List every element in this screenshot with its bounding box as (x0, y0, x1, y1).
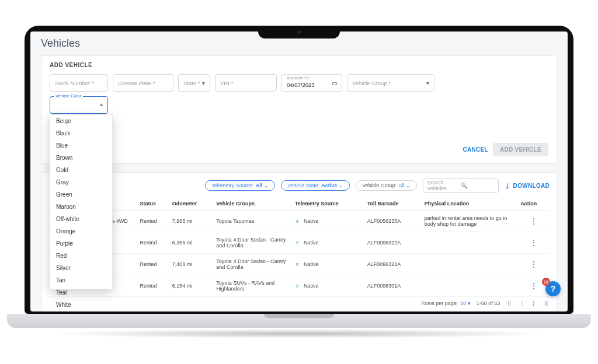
available-on-field[interactable]: Available On 04/07/2023 ▭ (281, 74, 342, 92)
screen-bezel: Vehicles ADD VEHICLE Stock Number * Lice… (25, 26, 573, 314)
column-header[interactable]: Vehicle Groups (214, 197, 293, 211)
table-row: 7002022RAV4Rented6,154 miToyota SUVs - R… (48, 275, 550, 297)
page-range: 1-50 of 53 (477, 300, 500, 306)
color-option[interactable]: Green (50, 188, 112, 201)
color-option[interactable]: Orange (50, 225, 112, 237)
rows-per-page-select[interactable]: 50 ▾ (460, 300, 471, 306)
laptop-base (7, 314, 591, 328)
last-page-icon[interactable]: ⟩| (543, 300, 550, 306)
table-pagination: Rows per page: 50 ▾ 1-50 of 53 |⟨ ⟨ ⟩ ⟩| (48, 300, 550, 306)
row-actions-menu[interactable]: ⋮ (520, 216, 547, 226)
vehicle-color-dropdown[interactable]: BeigeBlackBlueBrownGoldGrayGreenMaroonOf… (50, 114, 113, 289)
vehicle-group-filter[interactable]: Vehicle Group: All⌄ (356, 180, 417, 191)
color-option[interactable]: Teal (50, 286, 112, 299)
vin-field[interactable]: VIN * (215, 74, 277, 92)
color-option[interactable]: White (50, 299, 112, 311)
telemetry-source-filter[interactable]: Telemetry Source: All⌄ (205, 180, 275, 191)
next-page-icon[interactable]: ⟩ (531, 300, 537, 306)
calendar-icon: ▭ (332, 80, 337, 86)
cancel-button[interactable]: CANCEL (463, 146, 488, 153)
table-row: 1922022C-HRRented6,366 miToyota 4 Door S… (48, 232, 550, 254)
row-actions-menu[interactable]: ⋮ (520, 260, 547, 269)
color-option[interactable]: Off-white (50, 213, 112, 225)
state-select[interactable]: State *▾ (178, 74, 210, 92)
card-title: ADD VEHICLE (50, 62, 548, 68)
table-row: 1E32022Tacoma 4WDRented7,965 miToyota Ta… (48, 211, 550, 232)
camera-notch (258, 26, 340, 38)
column-header[interactable]: Toll Barcode (365, 197, 422, 211)
column-header[interactable]: Status (138, 197, 170, 211)
stock-number-field[interactable]: Stock Number * (50, 74, 108, 92)
search-icon: 🔍 (461, 183, 495, 188)
vehicles-table: seYearModelStatusOdometerVehicle GroupsT… (48, 197, 550, 297)
vehicle-group-select[interactable]: Vehicle Group *▾ (347, 74, 434, 92)
color-option[interactable]: Beige (50, 115, 112, 127)
chevron-down-icon: ▾ (426, 80, 429, 86)
add-vehicle-button[interactable]: ADD VEHICLE (493, 143, 548, 156)
wifi-icon: ᯤ (295, 239, 301, 246)
wifi-icon: ᯤ (295, 218, 301, 225)
color-option[interactable]: Yellow (50, 311, 112, 312)
app-screen: Vehicles ADD VEHICLE Stock Number * Lice… (30, 32, 568, 312)
wifi-icon: ᯤ (295, 261, 301, 268)
help-fab[interactable]: ? 13 (545, 281, 561, 296)
color-option[interactable]: Purple (50, 237, 112, 250)
chevron-down-icon: ⌄ (339, 183, 343, 188)
chevron-down-icon: ▾ (202, 80, 205, 86)
wifi-icon: ᯤ (295, 282, 301, 289)
column-header[interactable]: Physical Location (422, 197, 518, 211)
add-vehicle-card: ADD VEHICLE Stock Number * License Plate… (41, 55, 557, 164)
color-option[interactable]: Brown (50, 152, 112, 164)
color-option[interactable]: Red (50, 250, 112, 262)
column-header[interactable]: Action (518, 197, 550, 211)
table-row: 1982022AvalonRented7,408 miToyota 4 Door… (48, 254, 550, 275)
color-option[interactable]: Gold (50, 164, 112, 176)
chevron-down-icon: ⌄ (406, 183, 411, 188)
page-title: Vehicles (41, 37, 557, 50)
color-option[interactable]: Maroon (50, 201, 112, 213)
notification-badge: 13 (542, 278, 550, 286)
vehicles-table-card: Telemetry Source: All⌄ Vehicle State: Ac… (41, 172, 557, 312)
color-option[interactable]: Tan (50, 274, 112, 286)
chevron-up-icon: ▾ (100, 102, 103, 108)
color-option[interactable]: Black (50, 127, 112, 139)
download-button[interactable]: ⭳DOWNLOAD (505, 183, 550, 189)
color-option[interactable]: Silver (50, 262, 112, 274)
vehicle-state-filter[interactable]: Vehicle State: Active⌄ (281, 180, 350, 191)
laptop-frame: Vehicles ADD VEHICLE Stock Number * Lice… (25, 26, 573, 338)
license-plate-field[interactable]: License Plate * (113, 74, 173, 92)
color-option[interactable]: Gray (50, 176, 112, 188)
search-input[interactable]: Search Vehicles🔍 (423, 178, 499, 192)
column-header[interactable]: Telemetry Source (293, 197, 365, 211)
vehicle-color-select[interactable]: Vehicle Color ▾ BeigeBlackBlueBrownGoldG… (50, 96, 108, 114)
first-page-icon[interactable]: |⟨ (506, 300, 513, 306)
chevron-down-icon: ⌄ (264, 183, 269, 188)
prev-page-icon[interactable]: ⟨ (519, 300, 525, 306)
column-header[interactable]: Odometer (170, 197, 214, 211)
download-icon: ⭳ (505, 183, 510, 189)
color-option[interactable]: Blue (50, 139, 112, 152)
row-actions-menu[interactable]: ⋮ (520, 238, 547, 247)
